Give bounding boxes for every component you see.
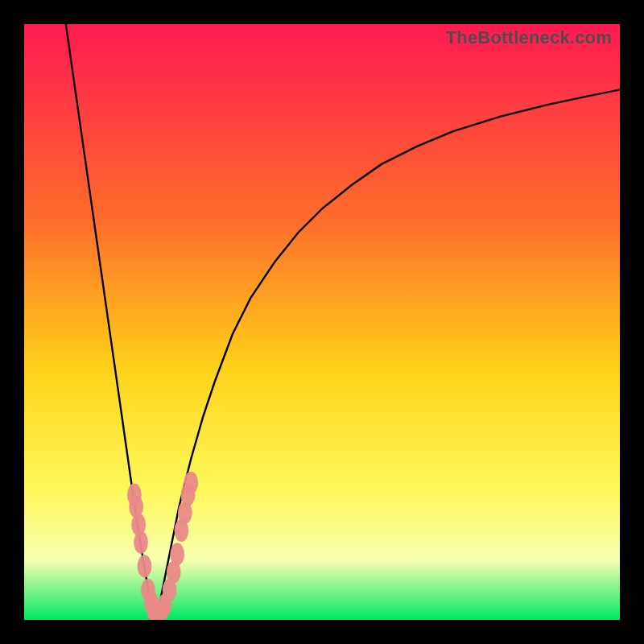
watermark-text: TheBottleneck.com — [446, 27, 612, 48]
bottleneck-chart — [24, 24, 620, 620]
plot-area: TheBottleneck.com — [24, 24, 620, 620]
marker-point — [170, 543, 184, 566]
gradient-background — [24, 24, 620, 620]
marker-point — [138, 555, 152, 577]
chart-frame: TheBottleneck.com — [0, 0, 644, 644]
marker-point — [184, 472, 198, 494]
marker-point — [134, 531, 148, 554]
